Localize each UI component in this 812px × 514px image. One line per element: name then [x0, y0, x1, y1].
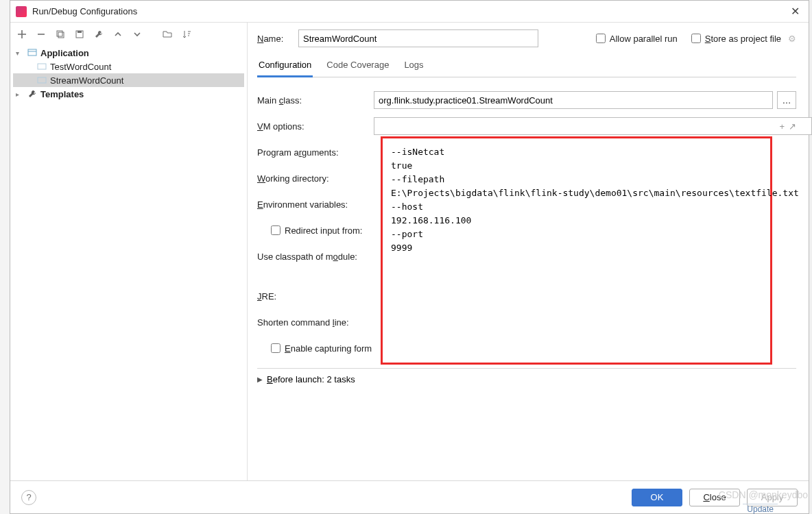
watermark: CSDN @monkeydbo	[719, 489, 808, 500]
svg-rect-5	[38, 64, 46, 69]
run-config-icon	[36, 75, 47, 86]
titlebar: Run/Debug Configurations ✕	[10, 1, 809, 23]
save-icon[interactable]	[73, 28, 86, 40]
remove-icon[interactable]	[35, 28, 47, 40]
allow-parallel-label: Allow parallel run	[610, 34, 678, 44]
program-arguments-popup[interactable]: --isNetcat true --filepath E:\Projects\b…	[381, 136, 772, 365]
copy-icon[interactable]	[54, 28, 67, 40]
checkbox-icon[interactable]	[271, 343, 280, 353]
browse-button[interactable]: …	[777, 91, 796, 109]
chevron-right-icon: ▶	[257, 376, 263, 383]
before-launch-label: Before launch: 2 tasks	[267, 374, 355, 384]
gear-icon[interactable]: ⚙	[788, 34, 796, 44]
enable-capture-label: Enable capturing form	[285, 343, 372, 354]
allow-parallel-checkbox[interactable]: Allow parallel run	[596, 34, 678, 44]
close-icon[interactable]: ✕	[787, 5, 803, 18]
tree-item-label: TestWordCount	[50, 62, 111, 72]
divider	[257, 368, 796, 369]
up-icon[interactable]	[112, 28, 124, 40]
window-title: Run/Debug Configurations	[32, 6, 787, 16]
update-link[interactable]: Update	[743, 504, 778, 514]
expand-icon[interactable]: ↗	[789, 121, 796, 132]
sidebar-toolbar	[10, 25, 247, 46]
application-group-icon	[27, 47, 38, 58]
add-icon[interactable]	[16, 28, 28, 40]
footer: ? OK Close Apply	[10, 480, 809, 513]
tab-logs[interactable]: Logs	[403, 56, 425, 77]
tree-node-templates[interactable]: ▸ Templates	[13, 87, 244, 101]
store-project-checkbox[interactable]: Store as project file	[691, 34, 781, 44]
main-class-input[interactable]	[374, 91, 773, 109]
tree-node-application[interactable]: ▾ Application	[13, 46, 244, 60]
tabs: Configuration Code Coverage Logs	[257, 56, 796, 77]
checkbox-icon[interactable]	[596, 34, 606, 43]
tree-item-selected[interactable]: StreamWordCount	[13, 73, 244, 87]
redirect-label: Redirect input from:	[285, 225, 362, 236]
wrench-icon	[27, 88, 38, 99]
tab-code-coverage[interactable]: Code Coverage	[325, 56, 390, 77]
svg-rect-3	[77, 31, 82, 33]
chevron-down-icon: ▾	[16, 49, 24, 57]
tree-item[interactable]: TestWordCount	[13, 60, 244, 73]
vm-options-row: VM options: + ↗	[257, 113, 796, 139]
main-class-label: Main class:	[257, 95, 374, 106]
help-icon[interactable]: ?	[21, 490, 36, 505]
enable-capture-checkbox[interactable]: Enable capturing form	[271, 343, 372, 354]
working-dir-label: Working directory:	[257, 173, 374, 184]
vm-options-input[interactable]	[374, 117, 812, 135]
left-gutter	[0, 0, 10, 514]
vm-options-label: VM options:	[257, 121, 374, 132]
shorten-cmd-label: Shorten command line:	[257, 317, 374, 328]
wrench-icon[interactable]	[93, 28, 105, 40]
env-vars-label: Environment variables:	[257, 199, 374, 210]
sort-icon[interactable]	[180, 28, 193, 40]
redirect-checkbox[interactable]: Redirect input from:	[271, 225, 387, 236]
tree-item-label: StreamWordCount	[50, 75, 123, 86]
run-config-icon	[36, 61, 47, 72]
name-row: Name: Allow parallel run Store as projec…	[257, 29, 796, 47]
classpath-label: Use classpath of module:	[257, 252, 374, 262]
jre-label: JRE:	[257, 291, 374, 302]
chevron-right-icon: ▸	[16, 90, 24, 98]
checkbox-icon[interactable]	[271, 225, 280, 235]
sidebar: ▾ Application TestWordCount StreamWordCo…	[10, 23, 248, 480]
add-icon[interactable]: +	[779, 121, 785, 132]
tab-configuration[interactable]: Configuration	[257, 56, 313, 77]
app-icon	[16, 6, 27, 17]
svg-rect-4	[28, 49, 36, 56]
config-tree: ▾ Application TestWordCount StreamWordCo…	[10, 46, 247, 478]
name-input[interactable]	[298, 29, 538, 47]
ok-button[interactable]: OK	[632, 489, 682, 506]
name-label: Name:	[257, 34, 298, 44]
before-launch-toggle[interactable]: ▶ Before launch: 2 tasks	[257, 374, 796, 384]
svg-rect-1	[58, 32, 64, 38]
main-class-row: Main class: …	[257, 87, 796, 113]
program-args-label: Program arguments:	[257, 147, 374, 158]
store-project-label: Store as project file	[705, 34, 781, 44]
tree-label: Templates	[40, 89, 84, 99]
vm-field-icons: + ↗	[779, 121, 796, 132]
svg-rect-6	[38, 77, 46, 83]
down-icon[interactable]	[131, 28, 143, 40]
checkbox-icon[interactable]	[691, 34, 701, 43]
folder-icon[interactable]	[161, 28, 174, 40]
svg-rect-0	[57, 31, 62, 36]
tree-label: Application	[40, 48, 89, 58]
